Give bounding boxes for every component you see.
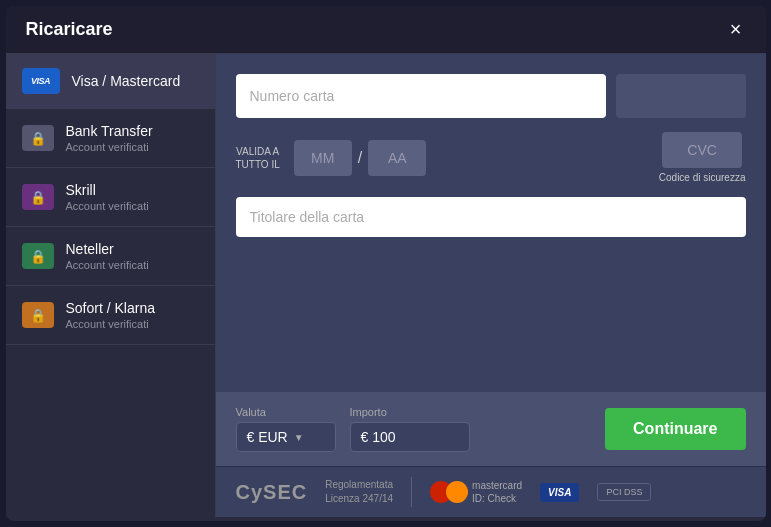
sidebar-item-name-sofort: Sofort / Klarna bbox=[66, 300, 156, 316]
card-form-area: VALIDA A TUTTO IL / Codice di sicurezza bbox=[216, 54, 766, 392]
continue-button[interactable]: Continuare bbox=[605, 408, 745, 450]
sidebar-item-visa-mastercard[interactable]: VISA Visa / Mastercard bbox=[6, 54, 215, 109]
chevron-down-icon: ▼ bbox=[294, 432, 304, 443]
sidebar: VISA Visa / Mastercard 🔒 Bank Transfer A… bbox=[6, 54, 216, 517]
pci-badge: PCI DSS bbox=[597, 483, 651, 501]
modal-header: Ricaricare × bbox=[6, 6, 766, 54]
bottom-controls: Valuta € EUR ▼ Importo € 100 Continuare bbox=[216, 392, 766, 466]
sidebar-item-name-skrill: Skrill bbox=[66, 182, 149, 198]
modal: Ricaricare × VISA Visa / Mastercard 🔒 Ba bbox=[6, 6, 766, 521]
mastercard-text: mastercard ID: Check bbox=[472, 479, 522, 505]
lock-symbol-skrill: 🔒 bbox=[30, 190, 46, 205]
sidebar-item-bank-transfer[interactable]: 🔒 Bank Transfer Account verificati bbox=[6, 109, 215, 168]
sidebar-item-skrill[interactable]: 🔒 Skrill Account verificati bbox=[6, 168, 215, 227]
cysec-logo: CySEC bbox=[236, 481, 308, 504]
lock-icon-bank: 🔒 bbox=[22, 125, 54, 151]
main-content: VALIDA A TUTTO IL / Codice di sicurezza bbox=[216, 54, 766, 517]
card-number-input[interactable] bbox=[236, 74, 606, 118]
lock-symbol-neteller: 🔒 bbox=[30, 249, 46, 264]
card-logo-area bbox=[616, 74, 746, 118]
visa-icon-box: VISA bbox=[22, 68, 60, 94]
sidebar-item-name-visa: Visa / Mastercard bbox=[72, 73, 181, 89]
sidebar-item-sub-sofort: Account verificati bbox=[66, 318, 156, 330]
importo-value: € 100 bbox=[350, 422, 470, 452]
lock-symbol-bank: 🔒 bbox=[30, 131, 46, 146]
expiry-fields: / bbox=[294, 140, 426, 176]
modal-title: Ricaricare bbox=[26, 19, 113, 40]
lock-icon-neteller: 🔒 bbox=[22, 243, 54, 269]
sidebar-item-neteller[interactable]: 🔒 Neteller Account verificati bbox=[6, 227, 215, 286]
sidebar-item-info-sofort: Sofort / Klarna Account verificati bbox=[66, 300, 156, 330]
card-number-row bbox=[236, 74, 746, 118]
importo-label: Importo bbox=[350, 406, 470, 418]
sidebar-item-info-bank: Bank Transfer Account verificati bbox=[66, 123, 153, 153]
expiry-label: VALIDA A TUTTO IL bbox=[236, 145, 280, 171]
importo-group: Importo € 100 bbox=[350, 406, 470, 452]
cvc-label: Codice di sicurezza bbox=[659, 172, 746, 183]
sidebar-item-sub-neteller: Account verificati bbox=[66, 259, 149, 271]
currency-select[interactable]: € EUR ▼ bbox=[236, 422, 336, 452]
sidebar-item-name-neteller: Neteller bbox=[66, 241, 149, 257]
sidebar-item-info-visa: Visa / Mastercard bbox=[72, 73, 181, 89]
visa-icon: VISA bbox=[31, 76, 50, 86]
footer-divider bbox=[411, 477, 412, 507]
slash-divider: / bbox=[358, 149, 362, 167]
lock-symbol-sofort: 🔒 bbox=[30, 308, 46, 323]
modal-body: VISA Visa / Mastercard 🔒 Bank Transfer A… bbox=[6, 54, 766, 517]
sidebar-item-sub-bank: Account verificati bbox=[66, 141, 153, 153]
regolamentata-text: Regolamentata Licenza 247/14 bbox=[325, 478, 393, 506]
cardholder-input[interactable] bbox=[236, 197, 746, 237]
sidebar-item-info-neteller: Neteller Account verificati bbox=[66, 241, 149, 271]
cardholder-row bbox=[236, 197, 746, 237]
cvc-input[interactable] bbox=[662, 132, 742, 168]
lock-icon-skrill: 🔒 bbox=[22, 184, 54, 210]
lock-icon-sofort: 🔒 bbox=[22, 302, 54, 328]
close-button[interactable]: × bbox=[726, 18, 746, 41]
footer-bar: CySEC Regolamentata Licenza 247/14 maste… bbox=[216, 466, 766, 517]
pci-text: PCI DSS bbox=[606, 487, 642, 497]
year-input[interactable] bbox=[368, 140, 426, 176]
expiry-cvc-wrapper: VALIDA A TUTTO IL / Codice di sicurezza bbox=[236, 132, 746, 183]
sidebar-item-sofort[interactable]: 🔒 Sofort / Klarna Account verificati bbox=[6, 286, 215, 345]
mastercard-logo: mastercard ID: Check bbox=[430, 479, 522, 505]
currency-label: Valuta bbox=[236, 406, 336, 418]
cvc-area: Codice di sicurezza bbox=[659, 132, 746, 183]
mastercard-circle-right bbox=[446, 481, 468, 503]
sidebar-item-info-skrill: Skrill Account verificati bbox=[66, 182, 149, 212]
sidebar-item-name-bank: Bank Transfer bbox=[66, 123, 153, 139]
currency-value: € EUR bbox=[247, 429, 288, 445]
visa-secure-badge: VISA bbox=[540, 483, 579, 502]
currency-group: Valuta € EUR ▼ bbox=[236, 406, 336, 452]
month-input[interactable] bbox=[294, 140, 352, 176]
sidebar-item-sub-skrill: Account verificati bbox=[66, 200, 149, 212]
